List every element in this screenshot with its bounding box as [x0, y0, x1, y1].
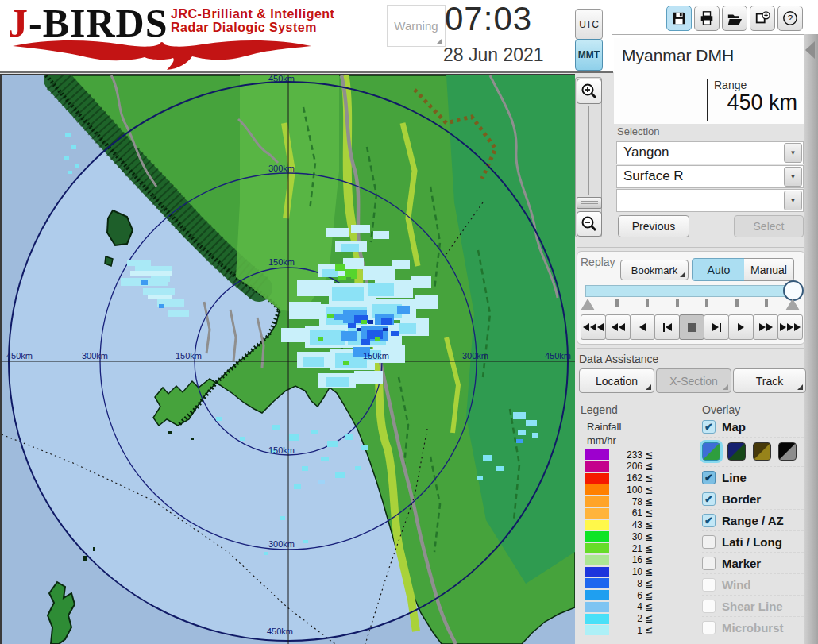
- radar-map[interactable]: 450km 300km 150km 150km 300km 450km 450k…: [0, 74, 575, 644]
- open-folder-button[interactable]: [722, 6, 747, 31]
- site-dropdown[interactable]: Yangon ▼: [616, 141, 804, 164]
- previous-button[interactable]: Previous: [618, 215, 689, 237]
- warning-button[interactable]: Warning: [387, 5, 446, 47]
- overlay-item-label: Wind: [722, 578, 751, 592]
- overlay-item-label: Lati / Long: [722, 535, 782, 549]
- zoom-in-button[interactable]: [577, 79, 602, 104]
- checkbox-icon[interactable]: ✔: [702, 471, 716, 484]
- mmt-button[interactable]: MMT: [575, 39, 603, 71]
- stop-button[interactable]: [679, 314, 704, 340]
- map-style-terrain-color[interactable]: [702, 442, 720, 461]
- checkbox-icon[interactable]: [702, 621, 716, 634]
- save-button[interactable]: [666, 6, 692, 31]
- collapse-panel-arrow-icon[interactable]: [805, 41, 815, 59]
- overlay-item-label: Range / AZ: [722, 514, 784, 527]
- skip-to-end-icon: [780, 323, 786, 331]
- play-button[interactable]: [728, 314, 754, 340]
- overlay-label: Overlay: [702, 403, 740, 416]
- select-button[interactable]: Select: [734, 215, 804, 237]
- legend-value: 10: [609, 566, 642, 577]
- checkbox-icon[interactable]: [702, 535, 716, 549]
- xsection-button[interactable]: X-Section: [656, 368, 731, 393]
- map-style-terrain-dark[interactable]: [727, 442, 746, 461]
- zoom-slider-track[interactable]: [588, 106, 589, 195]
- print-button[interactable]: [694, 6, 720, 31]
- legend-swatch: [585, 449, 609, 460]
- add-image-button[interactable]: [750, 6, 775, 31]
- fast-forward-button[interactable]: [753, 314, 778, 340]
- auto-label: Auto: [708, 264, 731, 276]
- site-dropdown-value: Yangon: [623, 145, 669, 160]
- zoom-slider-handle[interactable]: [577, 197, 602, 209]
- checkbox-icon[interactable]: ✔: [702, 492, 716, 506]
- separator: [577, 399, 804, 399]
- range-end-marker[interactable]: [785, 299, 800, 310]
- map-style-terrain-gray[interactable]: [778, 442, 797, 461]
- location-button[interactable]: Location: [579, 368, 654, 393]
- overlay-item-range-az[interactable]: ✔Range / AZ: [702, 509, 804, 530]
- utc-button[interactable]: UTC: [575, 9, 603, 40]
- replay-slider-track[interactable]: [585, 285, 801, 297]
- product-dropdown[interactable]: Surface R ▼: [616, 165, 804, 188]
- zoom-out-button[interactable]: [577, 211, 602, 237]
- legend-title: Rainfall: [587, 421, 621, 433]
- panel-edge-strip[interactable]: [804, 34, 818, 644]
- manual-button[interactable]: Manual: [744, 258, 794, 281]
- legend-row: 61≦: [585, 508, 665, 519]
- bookmark-button[interactable]: Bookmark: [620, 260, 689, 280]
- overlay-item-border[interactable]: ✔Border: [702, 488, 804, 509]
- step-forward-icon: [712, 323, 719, 331]
- overlay-item-shear-line[interactable]: Shear Line: [702, 595, 804, 616]
- play-reverse-button[interactable]: [630, 314, 655, 340]
- logo-subtitle-line1: JRC-Brilliant & Intelligent: [171, 7, 334, 21]
- separator: [577, 348, 804, 349]
- overlay-item-label: Map: [722, 420, 746, 434]
- overlay-item-microburst[interactable]: Microburst: [702, 616, 804, 638]
- overlay-item-marker[interactable]: Marker: [702, 552, 804, 573]
- eagle-logo-icon: [11, 37, 311, 70]
- legend-lte-symbol: ≦: [645, 531, 653, 542]
- step-forward-button[interactable]: [704, 314, 729, 340]
- legend-lte-symbol: ≦: [645, 519, 653, 530]
- separator: [577, 247, 804, 248]
- checkbox-icon[interactable]: ✔: [702, 514, 716, 527]
- skip-to-start-icon: [583, 323, 589, 331]
- skip-to-end-button[interactable]: [777, 314, 803, 340]
- checkbox-icon[interactable]: [702, 600, 716, 613]
- xsection-label: X-Section: [669, 375, 718, 388]
- checkbox-icon[interactable]: ✔: [702, 420, 716, 434]
- ring-label-e300: 300km: [462, 351, 488, 361]
- legend-unit: mm/hr: [587, 434, 616, 446]
- legend-swatch: [585, 496, 609, 507]
- step-back-button[interactable]: [654, 314, 680, 340]
- utc-label: UTC: [579, 19, 599, 30]
- header-border: [0, 71, 613, 73]
- skip-to-start-button[interactable]: [581, 314, 606, 340]
- ring-label-e150: 150km: [363, 351, 389, 361]
- legend-lte-symbol: ≦: [645, 461, 653, 472]
- overlay-item-line[interactable]: ✔Line: [702, 466, 804, 488]
- chevron-down-icon[interactable]: ▼: [784, 143, 802, 163]
- corner-menu-icon: [797, 384, 803, 390]
- chevron-down-icon[interactable]: ▼: [784, 167, 802, 187]
- legend-row: 78≦: [585, 496, 665, 507]
- overlay-item-lati-long[interactable]: Lati / Long: [702, 530, 804, 552]
- help-button[interactable]: ?: [777, 6, 803, 31]
- checkbox-icon[interactable]: [702, 578, 716, 592]
- overlay-item-label: Line: [722, 471, 747, 484]
- step-back-icon: [663, 323, 665, 332]
- auto-button[interactable]: Auto: [692, 258, 746, 281]
- corner-menu-icon: [646, 384, 651, 390]
- legend-lte-symbol: ≦: [645, 625, 653, 636]
- legend-label: Legend: [581, 403, 618, 416]
- checkbox-icon[interactable]: [702, 557, 716, 570]
- option-dropdown[interactable]: ▼: [616, 189, 804, 212]
- product-dropdown-value: Surface R: [623, 168, 684, 184]
- track-button[interactable]: Track: [733, 368, 806, 393]
- map-style-terrain-olive[interactable]: [753, 442, 771, 461]
- fast-rewind-button[interactable]: [605, 314, 631, 340]
- chevron-down-icon[interactable]: ▼: [784, 191, 802, 210]
- overlay-item-wind[interactable]: Wind: [702, 573, 804, 595]
- overlay-item-map[interactable]: ✔Map: [702, 416, 804, 437]
- range-start-marker[interactable]: [581, 299, 595, 310]
